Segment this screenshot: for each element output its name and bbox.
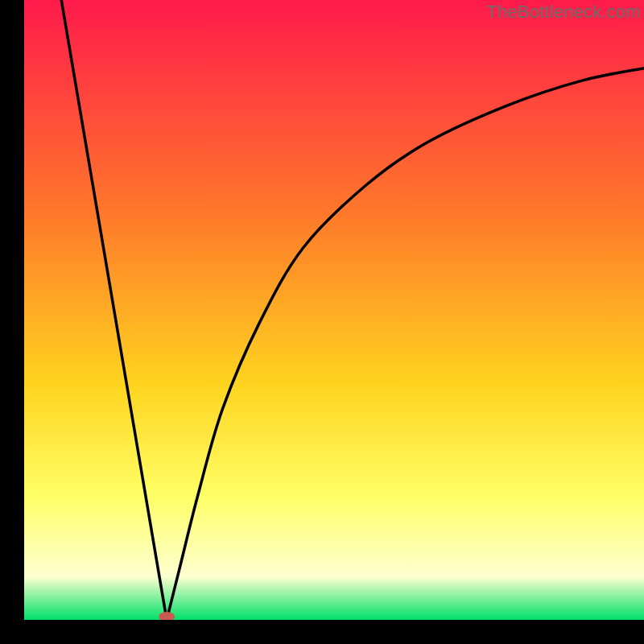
chart-frame: TheBottleneck.com [24,0,644,620]
watermark-text: TheBottleneck.com [486,2,641,23]
bottleneck-chart [24,0,644,620]
gradient-background [24,0,644,620]
